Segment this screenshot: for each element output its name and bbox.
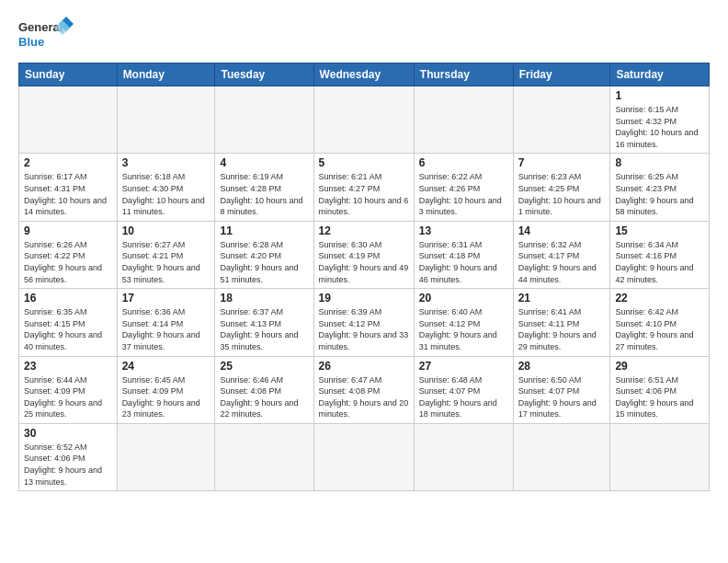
logo: General Blue	[18, 17, 74, 53]
calendar-cell: 29Sunrise: 6:51 AM Sunset: 4:06 PM Dayli…	[610, 356, 710, 423]
day-info: Sunrise: 6:37 AM Sunset: 4:13 PM Dayligh…	[220, 306, 308, 352]
calendar-cell: 17Sunrise: 6:36 AM Sunset: 4:14 PM Dayli…	[117, 289, 215, 356]
calendar-cell: 16Sunrise: 6:35 AM Sunset: 4:15 PM Dayli…	[19, 289, 118, 356]
calendar-cell: 22Sunrise: 6:42 AM Sunset: 4:10 PM Dayli…	[610, 289, 710, 356]
day-number: 28	[518, 360, 606, 373]
day-info: Sunrise: 6:31 AM Sunset: 4:18 PM Dayligh…	[419, 239, 508, 285]
day-number: 22	[615, 292, 704, 304]
calendar-cell: 6Sunrise: 6:22 AM Sunset: 4:26 PM Daylig…	[414, 154, 513, 221]
day-info: Sunrise: 6:32 AM Sunset: 4:17 PM Dayligh…	[518, 239, 606, 285]
calendar-cell: 5Sunrise: 6:21 AM Sunset: 4:27 PM Daylig…	[313, 154, 414, 221]
day-number: 27	[419, 360, 508, 373]
day-info: Sunrise: 6:18 AM Sunset: 4:30 PM Dayligh…	[122, 171, 210, 217]
day-info: Sunrise: 6:35 AM Sunset: 4:15 PM Dayligh…	[24, 306, 112, 352]
day-info: Sunrise: 6:21 AM Sunset: 4:27 PM Dayligh…	[319, 171, 409, 217]
day-info: Sunrise: 6:15 AM Sunset: 4:32 PM Dayligh…	[615, 104, 704, 150]
calendar-cell: 2Sunrise: 6:17 AM Sunset: 4:31 PM Daylig…	[19, 154, 118, 221]
calendar-cell	[117, 423, 215, 490]
day-info: Sunrise: 6:46 AM Sunset: 4:08 PM Dayligh…	[220, 374, 308, 420]
calendar: SundayMondayTuesdayWednesdayThursdayFrid…	[18, 63, 710, 491]
day-info: Sunrise: 6:40 AM Sunset: 4:12 PM Dayligh…	[419, 306, 508, 352]
week-row-6: 30Sunrise: 6:52 AM Sunset: 4:06 PM Dayli…	[19, 423, 710, 490]
calendar-cell: 18Sunrise: 6:37 AM Sunset: 4:13 PM Dayli…	[215, 289, 313, 356]
day-number: 5	[319, 156, 409, 169]
day-number: 17	[122, 292, 210, 304]
weekday-header-sunday: Sunday	[19, 63, 118, 86]
day-info: Sunrise: 6:48 AM Sunset: 4:07 PM Dayligh…	[419, 374, 508, 420]
day-info: Sunrise: 6:47 AM Sunset: 4:08 PM Dayligh…	[319, 374, 409, 420]
week-row-3: 9Sunrise: 6:26 AM Sunset: 4:22 PM Daylig…	[19, 221, 710, 288]
calendar-cell	[117, 86, 215, 154]
day-number: 10	[122, 224, 210, 237]
calendar-cell: 3Sunrise: 6:18 AM Sunset: 4:30 PM Daylig…	[117, 154, 215, 221]
calendar-cell: 25Sunrise: 6:46 AM Sunset: 4:08 PM Dayli…	[215, 356, 313, 423]
page: General Blue SundayMondayTuesdayWednesda…	[0, 0, 728, 500]
calendar-cell: 12Sunrise: 6:30 AM Sunset: 4:19 PM Dayli…	[313, 221, 414, 288]
calendar-cell: 10Sunrise: 6:27 AM Sunset: 4:21 PM Dayli…	[117, 221, 215, 288]
week-row-4: 16Sunrise: 6:35 AM Sunset: 4:15 PM Dayli…	[19, 289, 710, 356]
day-info: Sunrise: 6:44 AM Sunset: 4:09 PM Dayligh…	[24, 374, 112, 420]
calendar-cell: 19Sunrise: 6:39 AM Sunset: 4:12 PM Dayli…	[313, 289, 414, 356]
calendar-cell	[215, 86, 313, 154]
calendar-cell: 30Sunrise: 6:52 AM Sunset: 4:06 PM Dayli…	[19, 423, 118, 490]
week-row-1: 1Sunrise: 6:15 AM Sunset: 4:32 PM Daylig…	[19, 86, 710, 154]
day-number: 15	[615, 224, 704, 237]
day-info: Sunrise: 6:27 AM Sunset: 4:21 PM Dayligh…	[122, 239, 210, 285]
weekday-header-wednesday: Wednesday	[313, 63, 414, 86]
calendar-cell	[19, 86, 118, 154]
day-number: 20	[419, 292, 508, 304]
calendar-cell: 4Sunrise: 6:19 AM Sunset: 4:28 PM Daylig…	[215, 154, 313, 221]
day-number: 13	[419, 224, 508, 237]
day-number: 25	[220, 360, 308, 373]
day-number: 29	[615, 360, 704, 373]
calendar-cell: 11Sunrise: 6:28 AM Sunset: 4:20 PM Dayli…	[215, 221, 313, 288]
day-info: Sunrise: 6:42 AM Sunset: 4:10 PM Dayligh…	[615, 306, 704, 352]
week-row-5: 23Sunrise: 6:44 AM Sunset: 4:09 PM Dayli…	[19, 356, 710, 423]
day-info: Sunrise: 6:36 AM Sunset: 4:14 PM Dayligh…	[122, 306, 210, 352]
weekday-header-thursday: Thursday	[414, 63, 513, 86]
calendar-cell: 14Sunrise: 6:32 AM Sunset: 4:17 PM Dayli…	[513, 221, 610, 288]
calendar-cell: 7Sunrise: 6:23 AM Sunset: 4:25 PM Daylig…	[513, 154, 610, 221]
day-number: 18	[220, 292, 308, 304]
week-row-2: 2Sunrise: 6:17 AM Sunset: 4:31 PM Daylig…	[19, 154, 710, 221]
day-info: Sunrise: 6:28 AM Sunset: 4:20 PM Dayligh…	[220, 239, 308, 285]
day-number: 7	[518, 156, 606, 169]
calendar-cell	[313, 423, 414, 490]
day-number: 21	[518, 292, 606, 304]
weekday-header-monday: Monday	[117, 63, 215, 86]
header: General Blue	[18, 17, 710, 53]
day-number: 2	[24, 156, 112, 169]
calendar-cell	[414, 86, 513, 154]
calendar-cell: 26Sunrise: 6:47 AM Sunset: 4:08 PM Dayli…	[313, 356, 414, 423]
weekday-header-friday: Friday	[513, 63, 610, 86]
day-number: 23	[24, 360, 112, 373]
calendar-cell: 15Sunrise: 6:34 AM Sunset: 4:16 PM Dayli…	[610, 221, 710, 288]
calendar-cell	[215, 423, 313, 490]
svg-text:Blue: Blue	[18, 35, 44, 49]
day-number: 12	[319, 224, 409, 237]
day-info: Sunrise: 6:51 AM Sunset: 4:06 PM Dayligh…	[615, 374, 704, 420]
calendar-cell: 28Sunrise: 6:50 AM Sunset: 4:07 PM Dayli…	[513, 356, 610, 423]
day-number: 11	[220, 224, 308, 237]
calendar-cell	[414, 423, 513, 490]
calendar-cell: 9Sunrise: 6:26 AM Sunset: 4:22 PM Daylig…	[19, 221, 118, 288]
day-info: Sunrise: 6:25 AM Sunset: 4:23 PM Dayligh…	[615, 171, 704, 217]
day-number: 3	[122, 156, 210, 169]
day-number: 9	[24, 224, 112, 237]
day-info: Sunrise: 6:19 AM Sunset: 4:28 PM Dayligh…	[220, 171, 308, 217]
day-number: 8	[615, 156, 704, 169]
day-info: Sunrise: 6:30 AM Sunset: 4:19 PM Dayligh…	[319, 239, 409, 285]
calendar-cell: 13Sunrise: 6:31 AM Sunset: 4:18 PM Dayli…	[414, 221, 513, 288]
calendar-cell	[610, 423, 710, 490]
day-info: Sunrise: 6:45 AM Sunset: 4:09 PM Dayligh…	[122, 374, 210, 420]
day-number: 14	[518, 224, 606, 237]
day-info: Sunrise: 6:26 AM Sunset: 4:22 PM Dayligh…	[24, 239, 112, 285]
day-info: Sunrise: 6:50 AM Sunset: 4:07 PM Dayligh…	[518, 374, 606, 420]
weekday-header-tuesday: Tuesday	[215, 63, 313, 86]
weekday-header-row: SundayMondayTuesdayWednesdayThursdayFrid…	[19, 63, 710, 86]
day-number: 26	[319, 360, 409, 373]
day-number: 16	[24, 292, 112, 304]
day-number: 4	[220, 156, 308, 169]
calendar-cell: 23Sunrise: 6:44 AM Sunset: 4:09 PM Dayli…	[19, 356, 118, 423]
calendar-cell: 1Sunrise: 6:15 AM Sunset: 4:32 PM Daylig…	[610, 86, 710, 154]
